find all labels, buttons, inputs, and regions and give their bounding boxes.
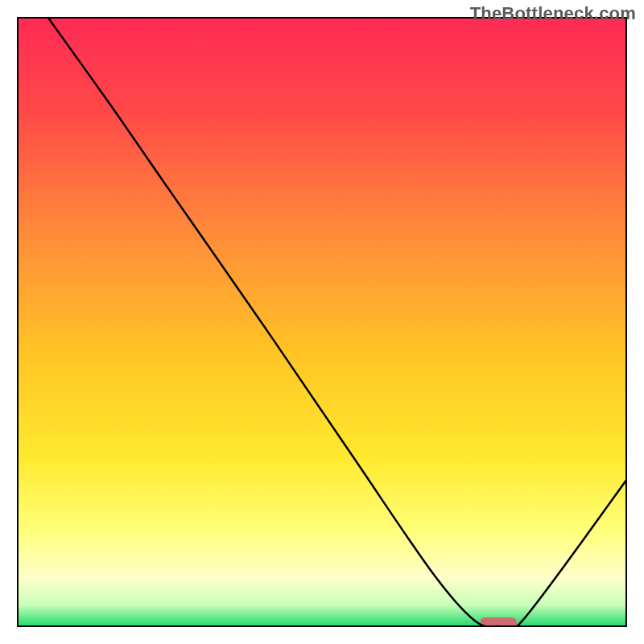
bottleneck-chart (0, 0, 644, 644)
plot-area (18, 18, 626, 633)
gradient-background (18, 18, 626, 626)
chart-container: TheBottleneck.com (0, 0, 644, 644)
watermark-text: TheBottleneck.com (470, 3, 636, 24)
